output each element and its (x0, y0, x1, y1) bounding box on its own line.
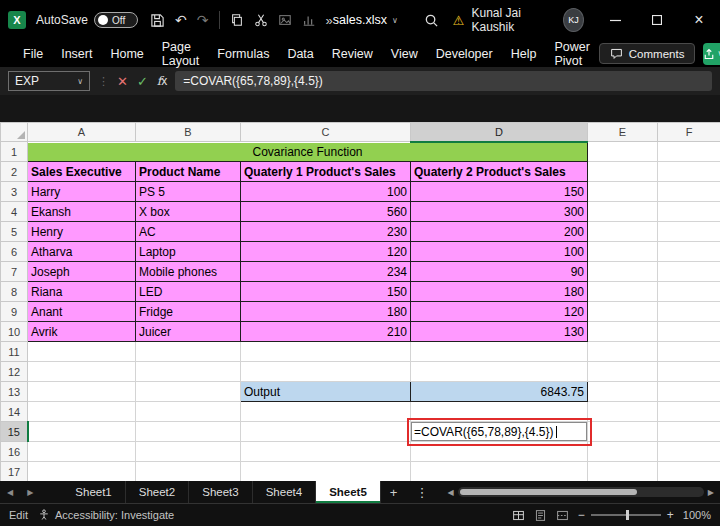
row-header-13[interactable]: 13 (1, 382, 28, 402)
autosave-control[interactable]: AutoSave Off (36, 12, 138, 28)
cell[interactable]: Joseph (28, 262, 136, 282)
formula-input[interactable]: =COVAR({65,78,89},{4.5}) (175, 71, 712, 91)
page-layout-view-icon[interactable] (534, 509, 547, 522)
cell[interactable] (28, 342, 136, 362)
cell[interactable] (658, 202, 720, 222)
cell[interactable] (411, 342, 588, 362)
cell[interactable] (658, 362, 720, 382)
account-control[interactable]: ⚠ Kunal Jai Kaushik KJ (453, 6, 584, 34)
cancel-icon[interactable]: ✕ (117, 74, 128, 89)
ribbon-tab-power-pivot[interactable]: Power Pivot (545, 40, 598, 67)
cell[interactable]: Quaterly 2 Product's Sales (411, 162, 588, 182)
cell[interactable] (588, 182, 658, 202)
cell[interactable] (28, 442, 136, 462)
cell[interactable] (658, 162, 720, 182)
cell[interactable]: 560 (241, 202, 411, 222)
sheet-tab-sheet5[interactable]: Sheet5 (316, 481, 381, 503)
cell[interactable] (28, 382, 136, 402)
insert-function-icon[interactable]: fx (157, 74, 167, 88)
cell[interactable] (411, 402, 588, 422)
ribbon-tab-help[interactable]: Help (502, 40, 546, 67)
sheet-tab-sheet2[interactable]: Sheet2 (126, 481, 189, 503)
row-header-12[interactable]: 12 (1, 362, 28, 382)
cell[interactable] (411, 362, 588, 382)
cell[interactable]: Atharva (28, 242, 136, 262)
cell[interactable] (658, 262, 720, 282)
row-header-17[interactable]: 17 (1, 462, 28, 482)
column-header-a[interactable]: A (28, 123, 136, 142)
cell[interactable] (588, 202, 658, 222)
select-all-corner[interactable] (1, 123, 28, 142)
cell[interactable] (658, 382, 720, 402)
enter-check-icon[interactable]: ✓ (137, 74, 148, 89)
comments-button[interactable]: Comments (599, 43, 696, 64)
row-header-8[interactable]: 8 (1, 282, 28, 302)
scroll-left-icon[interactable]: ◀ (447, 488, 453, 497)
cell[interactable] (658, 222, 720, 242)
file-title[interactable]: sales.xlsx ∨ (333, 13, 398, 27)
cell[interactable]: X box (136, 202, 241, 222)
cell[interactable] (658, 302, 720, 322)
cell[interactable] (588, 362, 658, 382)
cell[interactable] (588, 322, 658, 342)
horizontal-scrollbar[interactable]: ◀ ▶ (447, 487, 714, 497)
cell[interactable] (28, 422, 136, 442)
cell[interactable] (241, 342, 411, 362)
row-header-10[interactable]: 10 (1, 322, 28, 342)
redo-icon[interactable]: ↷ (197, 12, 209, 28)
cell[interactable] (28, 462, 136, 482)
cell[interactable]: 210 (241, 322, 411, 342)
cell[interactable] (658, 142, 720, 162)
share-button[interactable]: ∨ (703, 43, 720, 65)
ribbon-tab-data[interactable]: Data (278, 40, 322, 67)
cell[interactable]: Product Name (136, 162, 241, 182)
cell[interactable] (588, 142, 658, 162)
ribbon-tab-developer[interactable]: Developer (427, 40, 502, 67)
cell[interactable]: Avrik (28, 322, 136, 342)
cell[interactable] (588, 302, 658, 322)
row-header-7[interactable]: 7 (1, 262, 28, 282)
cell[interactable] (28, 402, 136, 422)
maximize-button[interactable] (636, 0, 678, 40)
row-header-6[interactable]: 6 (1, 242, 28, 262)
sheet-nav-right-icon[interactable]: ▶ (20, 488, 40, 497)
cell[interactable]: Riana (28, 282, 136, 302)
cell[interactable] (588, 242, 658, 262)
cut-icon[interactable] (254, 13, 268, 27)
cell[interactable] (658, 422, 720, 442)
normal-view-icon[interactable] (512, 509, 525, 522)
cell[interactable]: 300 (411, 202, 588, 222)
cell[interactable] (136, 382, 241, 402)
avatar[interactable]: KJ (563, 8, 584, 32)
cell[interactable] (136, 402, 241, 422)
new-sheet-button[interactable]: + (381, 485, 407, 500)
picture-icon[interactable] (278, 13, 292, 27)
cell[interactable] (588, 262, 658, 282)
cell[interactable]: 90 (411, 262, 588, 282)
zoom-in-button[interactable]: + (667, 508, 674, 522)
cell[interactable] (588, 442, 658, 462)
cell[interactable] (136, 422, 241, 442)
minimize-button[interactable] (594, 0, 636, 40)
close-button[interactable]: × (678, 0, 720, 40)
cell-merged-title[interactable]: Covariance Function (28, 142, 588, 162)
scrollbar-track[interactable] (458, 487, 704, 497)
cell[interactable] (588, 462, 658, 482)
cell[interactable]: Quaterly 1 Product's Sales (241, 162, 411, 182)
row-header-11[interactable]: 11 (1, 342, 28, 362)
copy-icon[interactable] (230, 13, 244, 27)
zoom-slider[interactable] (591, 514, 661, 516)
cell[interactable]: 120 (241, 242, 411, 262)
cell[interactable] (411, 462, 588, 482)
cell[interactable]: 180 (241, 302, 411, 322)
sheet-nav-left-icon[interactable]: ◀ (0, 488, 20, 497)
cell[interactable] (241, 442, 411, 462)
row-header-4[interactable]: 4 (1, 202, 28, 222)
cell[interactable] (241, 402, 411, 422)
cell[interactable] (658, 182, 720, 202)
name-box[interactable]: EXP ∨ (8, 71, 90, 91)
cell-d15-formula-edit[interactable]: =COVAR({65,78,89},{4.5}) (411, 422, 588, 442)
cell[interactable]: Juicer (136, 322, 241, 342)
cell[interactable]: Sales Executive (28, 162, 136, 182)
cell[interactable]: 150 (411, 182, 588, 202)
